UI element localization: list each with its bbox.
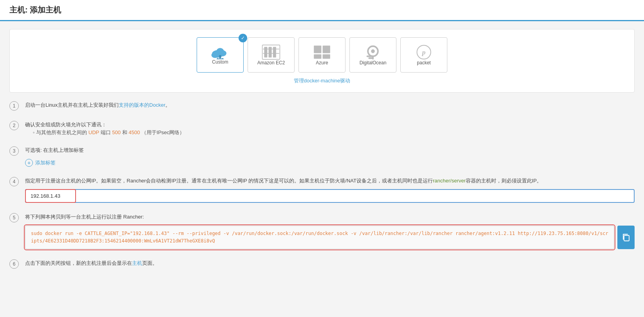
svg-rect-15 [323,46,330,53]
ec2-label: Amazon EC2 [257,60,285,66]
svg-rect-10 [269,47,272,57]
ec2-icon [262,44,280,60]
step-1-row: 1 启动一台Linux主机并在主机上安装好我们支持的版本的Docker。 [9,100,635,111]
custom-cloud-icon [211,45,230,59]
step-5-content: 将下列脚本拷贝到等一台主机上运行以注册 Rancher: sudo docker… [25,212,635,249]
azure-label: Azure [316,60,328,66]
step-3-row: 3 可选项: 在主机上增加标签 + 添加标签 [9,146,635,166]
svg-rect-14 [314,46,321,53]
step-1-number: 1 [9,101,19,111]
step-6-text: 点击下面的关闭按钮，新的主机注册后会显示在主机页面。 [25,259,635,268]
svg-point-3 [216,48,224,55]
step-4-row: 4 指定用于注册这台主机的公网IP。如果留空，Rancher会自动检测IP注册。… [9,176,635,203]
svg-rect-12 [263,49,279,49]
provider-list: ✓ Custom [197,37,447,73]
provider-azure[interactable]: Azure [298,37,346,73]
ip-input-wrapper [25,189,635,203]
provider-custom[interactable]: ✓ Custom [197,37,244,73]
port-500: 500 [112,129,121,135]
step-3-content: 可选项: 在主机上增加标签 + 添加标签 [25,146,635,166]
step-4-number: 4 [9,177,19,186]
svg-rect-16 [314,55,321,59]
selected-checkmark: ✓ [239,34,247,42]
step-6-row: 6 点击下面的关闭按钮，新的主机注册后会显示在主机页面。 [9,259,635,269]
step-2-content: 确认安全组或防火墙允许以下通讯： ◦ 与其他所有主机之间的 UDP 端口 500… [25,120,635,136]
svg-rect-13 [263,53,279,54]
plus-icon: + [25,159,33,167]
top-bar: 主机: 添加主机 [0,0,644,21]
svg-rect-26 [624,235,629,241]
step-2-row: 2 确认安全组或防火墙允许以下通讯： ◦ 与其他所有主机之间的 UDP 端口 5… [9,120,635,136]
svg-rect-11 [273,47,276,57]
add-label-text: 添加标签 [35,159,56,166]
ip-input[interactable] [25,189,635,203]
copy-script-button[interactable] [617,226,635,249]
step-1-content: 启动一台Linux主机并在主机上安装好我们支持的版本的Docker。 [25,100,635,109]
copy-icon [622,233,630,242]
rancher-server-link[interactable]: rancher/server [433,178,466,184]
provider-card: ✓ Custom [9,29,635,93]
step-4-text: 指定用于注册这台主机的公网IP。如果留空，Rancher会自动检测IP注册。通常… [25,176,635,185]
step-1-text: 启动一台Linux主机并在主机上安装好我们支持的版本的Docker。 [25,100,635,109]
step-2-sub: ◦ 与其他所有主机之间的 UDP 端口 500 和 4500 （用于IPsec网… [33,129,635,136]
main-content: ✓ Custom [0,21,644,286]
svg-point-19 [371,49,375,53]
script-text: sudo docker run -e CATTLE_AGENT_IP="192.… [31,231,608,244]
script-area-wrapper: sudo docker run -e CATTLE_AGENT_IP="192.… [25,226,635,249]
do-icon [364,44,382,60]
provider-packet[interactable]: p packet [400,37,447,73]
azure-icon [313,44,331,60]
provider-ec2[interactable]: Amazon EC2 [248,37,295,73]
supported-docker-link[interactable]: 支持的版本的Docker [119,102,165,108]
udp-label: UDP [89,129,99,135]
script-box: sudo docker run -e CATTLE_AGENT_IP="192.… [25,226,614,249]
step-3-number: 3 [9,146,19,156]
step-4-content: 指定用于注册这台主机的公网IP。如果留空，Rancher会自动检测IP注册。通常… [25,176,635,203]
step-6-content: 点击下面的关闭按钮，新的主机注册后会显示在主机页面。 [25,259,635,268]
do-label: DigitalOcean [360,60,387,66]
packet-icon: p [414,44,433,60]
script-highlight-ring [24,224,615,250]
provider-do[interactable]: DigitalOcean [349,37,396,73]
port-4500: 4500 [128,129,140,135]
svg-text:p: p [421,48,426,56]
svg-rect-17 [323,55,330,59]
steps-container: 1 启动一台Linux主机并在主机上安装好我们支持的版本的Docker。 2 确… [9,100,635,269]
step-5-number: 5 [9,213,19,222]
step-5-row: 5 将下列脚本拷贝到等一台主机上运行以注册 Rancher: sudo dock… [9,212,635,249]
custom-label: Custom [212,59,228,65]
svg-rect-9 [264,47,267,57]
step-5-text: 将下列脚本拷贝到等一台主机上运行以注册 Rancher: [25,212,635,221]
manage-drivers-link[interactable]: 管理docker-machine驱动 [294,77,351,84]
add-label-button[interactable]: + 添加标签 [25,159,635,167]
host-page-link[interactable]: 主机 [132,260,142,266]
step-2-number: 2 [9,121,19,130]
step-6-number: 6 [9,259,19,269]
step-3-text: 可选项: 在主机上增加标签 [25,146,635,155]
step-2-text: 确认安全组或防火墙允许以下通讯： [25,120,635,129]
packet-label: packet [417,60,431,66]
page-title: 主机: 添加主机 [9,5,635,15]
svg-rect-4 [219,55,221,58]
